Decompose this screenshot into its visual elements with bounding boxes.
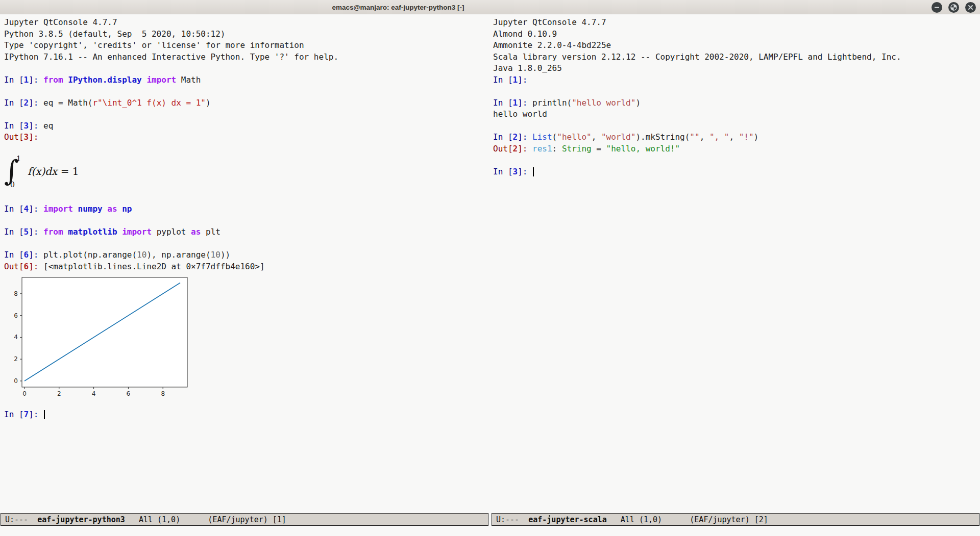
code-token: IPython.display [68, 75, 146, 85]
code-token: from [43, 227, 68, 237]
console-line: In [2]: List("hello", "world").mkString(… [493, 132, 980, 143]
code-token: In [ [4, 410, 24, 419]
minimize-button[interactable] [932, 2, 942, 13]
code-token: np [122, 204, 132, 214]
code-token: import [122, 227, 156, 237]
console-line: In [5]: from matplotlib import pyplot as… [4, 226, 490, 238]
console-line: Almond 0.10.9 [493, 29, 980, 40]
modeline-state: U:--- [496, 515, 528, 524]
code-token: 5 [24, 227, 29, 237]
code-token: pyplot [157, 227, 191, 237]
console-line [493, 155, 980, 166]
code-token: 2 [513, 144, 518, 154]
console-line [4, 192, 490, 204]
console-line [4, 238, 490, 250]
code-token: "" [690, 132, 699, 142]
integral-lower-bound: 0 [10, 179, 15, 191]
console-line: IPython 7.16.1 -- An enhanced Interactiv… [4, 52, 490, 63]
code-token: ", " [709, 132, 729, 142]
console-line [493, 86, 980, 97]
jupyter-python-console[interactable]: Jupyter QtConsole 4.7.7Python 3.8.5 (def… [0, 14, 490, 513]
code-token: r"\int_0^1 f(x) dx = 1" [92, 98, 206, 108]
console-line: In [1]: from IPython.display import Math [4, 74, 490, 86]
code-token: In [ [4, 204, 24, 214]
code-token: In [ [4, 121, 24, 131]
code-token: as [191, 227, 206, 237]
window-titlebar[interactable]: emacs@manjaro: eaf-jupyter-python3 [-] [0, 0, 980, 14]
console-line: Scala library version 2.12.12 -- Copyrig… [493, 52, 980, 63]
console-line: Out[6]: [<matplotlib.lines.Line2D at 0×7… [4, 261, 490, 273]
modeline-state: U:--- [5, 515, 37, 524]
code-token: "!" [739, 132, 754, 142]
code-token: ]: [29, 132, 38, 142]
code-token: IPython 7.16.1 -- An enhanced Interactiv… [4, 52, 338, 62]
code-token: Math [181, 75, 201, 85]
integral-symbol: 1 ∫ 0 [4, 154, 21, 190]
code-token: In [ [493, 167, 513, 176]
code-token: ]: [29, 262, 43, 271]
code-token: as [107, 204, 122, 214]
maximize-button[interactable] [948, 2, 959, 13]
x-tick-label: 6 [127, 390, 131, 397]
console-line: Out[3]: [4, 132, 490, 143]
console-line: Jupyter QtConsole 4.7.7 [493, 17, 980, 29]
code-token: Scala library version 2.12.12 -- Copyrig… [493, 52, 901, 62]
console-line: Java 1.8.0_265 [493, 63, 980, 74]
code-token: ]: [29, 227, 43, 237]
close-button[interactable] [965, 2, 976, 13]
code-token: Java 1.8.0_265 [493, 63, 562, 73]
console-line: In [3]: [493, 166, 980, 178]
code-token: ]: [29, 98, 43, 108]
modeline-buffer-name: eaf-jupyter-python3 [37, 515, 125, 524]
maximize-icon [948, 2, 959, 13]
code-token: "hello, world!" [606, 144, 680, 154]
code-token: [<matplotlib.lines.Line2D at 0×7f7dffb4e… [43, 262, 264, 271]
code-token: In [ [493, 75, 513, 85]
code-token: Jupyter QtConsole 4.7.7 [4, 17, 117, 27]
console-line: In [2]: eq = Math(r"\int_0^1 f(x) dx = 1… [4, 97, 490, 109]
x-tick-label: 8 [161, 390, 165, 397]
code-token: println( [532, 98, 572, 108]
code-token: In [ [4, 250, 24, 260]
code-token: , [700, 132, 709, 142]
scala-console-lines: Jupyter QtConsole 4.7.7Almond 0.10.9Ammo… [493, 17, 980, 177]
matplotlib-figure: 0 2 4 6 8 0 2 4 6 8 [4, 274, 193, 402]
x-tick-label: 2 [57, 390, 61, 397]
code-token: ) [206, 98, 211, 108]
console-line: Jupyter QtConsole 4.7.7 [4, 17, 490, 29]
code-token: 3 [513, 167, 518, 176]
code-token: from [43, 75, 68, 85]
code-token: Out[ [4, 262, 24, 271]
code-token: plt [206, 227, 220, 237]
y-tick-label: 2 [14, 355, 18, 363]
code-token: ]: [29, 250, 43, 260]
console-line [493, 120, 980, 132]
code-token: 2 [513, 132, 518, 142]
minibuffer-echo-area[interactable] [0, 526, 980, 536]
integral-upper-bound: 1 [16, 153, 21, 165]
python-console-lines-bottom: In [7]: [4, 409, 490, 421]
code-token: ) [635, 98, 641, 108]
code-token: import [43, 204, 78, 214]
code-token: 2 [24, 98, 29, 108]
code-token: matplotlib [68, 227, 122, 237]
jupyter-scala-console[interactable]: Jupyter QtConsole 4.7.7Almond 0.10.9Ammo… [490, 14, 980, 513]
console-line: In [3]: eq [4, 120, 490, 132]
code-token: 10 [211, 250, 220, 260]
latex-math-output: 1 ∫ 0 f(x)dx = 1 [4, 154, 490, 190]
console-line [4, 109, 490, 120]
code-token: hello world [493, 109, 547, 119]
console-line: In [4]: import numpy as np [4, 203, 490, 215]
window-title: emacs@manjaro: eaf-jupyter-python3 [-] [332, 3, 464, 11]
code-token: res1 [532, 144, 552, 154]
code-token: In [ [4, 98, 24, 108]
code-token: "hello" [557, 132, 591, 142]
minimize-icon [932, 2, 942, 13]
code-token: ).mkString( [635, 132, 690, 142]
console-line: hello world [493, 109, 980, 120]
code-token: Almond 0.10.9 [493, 29, 557, 39]
code-token: Python 3.8.5 (default, Sep 5 2020, 10:50… [4, 29, 225, 39]
code-token: ]: [518, 98, 532, 108]
code-token: In [ [4, 227, 24, 237]
y-tick-label: 0 [14, 377, 18, 385]
